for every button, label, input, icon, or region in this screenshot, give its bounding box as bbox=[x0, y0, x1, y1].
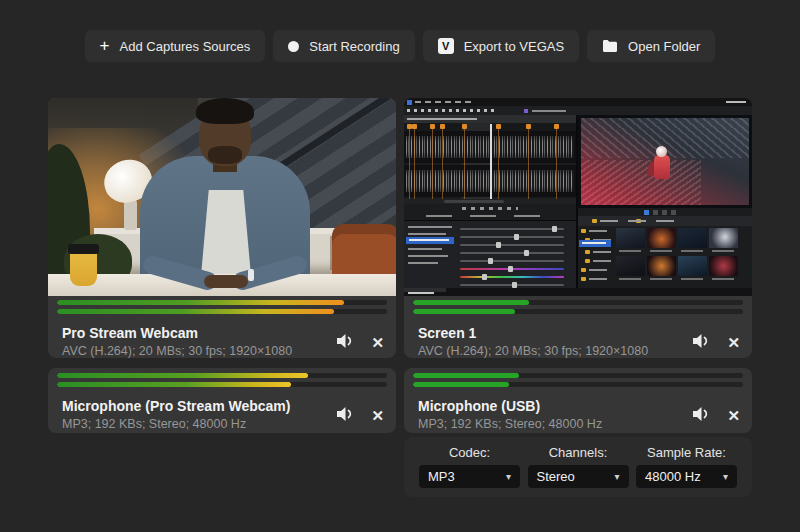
speaker-icon bbox=[336, 333, 355, 352]
meter-right bbox=[413, 382, 509, 387]
remove-source-button[interactable]: ✕ bbox=[371, 408, 384, 423]
close-icon: ✕ bbox=[371, 408, 384, 423]
media-thumbnail bbox=[709, 256, 738, 276]
start-recording-button[interactable]: Start Recording bbox=[273, 30, 414, 62]
export-to-vegas-label: Export to VEGAS bbox=[464, 39, 564, 54]
start-recording-label: Start Recording bbox=[309, 39, 399, 54]
astronaut-figure bbox=[654, 155, 670, 179]
slider bbox=[460, 260, 564, 262]
sample-rate-label: Sample Rate: bbox=[647, 445, 726, 460]
marker-flag bbox=[440, 124, 445, 129]
media-thumbnail bbox=[647, 256, 676, 276]
playhead-cursor bbox=[490, 124, 492, 200]
sample-rate-value: 48000 Hz bbox=[645, 469, 719, 484]
vegas-icon: V bbox=[438, 38, 454, 54]
folder-icon bbox=[581, 277, 586, 281]
coffee-cup bbox=[70, 250, 97, 286]
chevron-down-icon: ▾ bbox=[506, 471, 511, 482]
remove-source-button[interactable]: ✕ bbox=[727, 335, 740, 350]
chevron-down-icon: ▾ bbox=[614, 471, 619, 482]
hue-slider bbox=[460, 276, 564, 278]
folder-icon bbox=[585, 259, 590, 263]
speaker-icon bbox=[692, 333, 711, 352]
marker-flag bbox=[554, 124, 559, 129]
marker-flag bbox=[412, 124, 417, 129]
remove-source-button[interactable]: ✕ bbox=[371, 335, 384, 350]
wristwatch bbox=[248, 269, 254, 281]
transport-button-active bbox=[644, 210, 649, 215]
meter-right bbox=[57, 382, 291, 387]
folder-icon bbox=[581, 268, 586, 272]
open-folder-button[interactable]: Open Folder bbox=[587, 30, 715, 62]
screen-preview bbox=[404, 98, 752, 296]
webcam-preview bbox=[48, 98, 396, 296]
meter-left bbox=[57, 373, 308, 378]
codec-value: MP3 bbox=[428, 469, 502, 484]
chevron-down-icon: ▾ bbox=[723, 471, 728, 482]
media-thumbnail bbox=[616, 256, 645, 276]
media-thumbnail bbox=[678, 228, 707, 248]
media-thumbnail bbox=[709, 228, 738, 248]
remove-source-button[interactable]: ✕ bbox=[727, 408, 740, 423]
folder-icon bbox=[581, 229, 586, 233]
source-title: Pro Stream Webcam bbox=[62, 325, 324, 342]
add-captures-sources-label: Add Captures Sources bbox=[120, 39, 251, 54]
folder-icon bbox=[592, 219, 597, 223]
mute-button[interactable] bbox=[336, 333, 355, 352]
astronaut-helmet bbox=[656, 146, 667, 157]
main-toolbar: + Add Captures Sources Start Recording V… bbox=[0, 30, 800, 62]
speaker-icon bbox=[336, 406, 355, 425]
marker-flag bbox=[496, 124, 501, 129]
source-details: MP3; 192 KBs; Stereo; 48000 Hz bbox=[418, 416, 680, 432]
channels-label: Channels: bbox=[549, 445, 608, 460]
source-title: Microphone (USB) bbox=[418, 398, 680, 415]
sample-rate-select[interactable]: 48000 Hz ▾ bbox=[636, 465, 737, 488]
slider bbox=[460, 228, 564, 230]
marker-flag bbox=[462, 124, 467, 129]
marker-flag bbox=[526, 124, 531, 129]
source-card-mic-usb: Microphone (USB) MP3; 192 KBs; Stereo; 4… bbox=[404, 368, 752, 433]
editor-app-icon bbox=[407, 100, 412, 105]
audio-meters bbox=[413, 300, 743, 314]
codec-select[interactable]: MP3 ▾ bbox=[419, 465, 520, 488]
source-card-webcam: Pro Stream Webcam AVC (H.264); 20 MBs; 3… bbox=[48, 98, 396, 358]
close-icon: ✕ bbox=[727, 335, 740, 350]
meter-right bbox=[57, 309, 334, 314]
slider bbox=[460, 244, 564, 246]
slider bbox=[460, 252, 564, 254]
marker-flag bbox=[430, 124, 435, 129]
codec-label: Codec: bbox=[449, 445, 490, 460]
audio-meters bbox=[57, 300, 387, 314]
media-thumbnail bbox=[616, 228, 645, 248]
folder-icon bbox=[585, 250, 590, 254]
slider bbox=[460, 236, 564, 238]
meter-left bbox=[57, 300, 344, 305]
close-icon: ✕ bbox=[371, 335, 384, 350]
audio-meters bbox=[57, 373, 387, 387]
media-thumbnail bbox=[647, 228, 676, 248]
open-folder-label: Open Folder bbox=[628, 39, 700, 54]
mute-button[interactable] bbox=[692, 333, 711, 352]
source-card-screen: Screen 1 AVC (H.264); 20 MBs; 30 fps; 19… bbox=[404, 98, 752, 358]
media-thumbnail bbox=[678, 256, 707, 276]
source-title: Screen 1 bbox=[418, 325, 680, 342]
meter-right bbox=[413, 309, 515, 314]
mute-button[interactable] bbox=[336, 406, 355, 425]
plus-icon: + bbox=[100, 37, 110, 54]
waveform-scrollbar bbox=[444, 200, 504, 203]
folder-icon bbox=[602, 39, 618, 53]
add-captures-sources-button[interactable]: + Add Captures Sources bbox=[85, 30, 266, 62]
source-details: AVC (H.264); 20 MBs; 30 fps; 1920×1080 bbox=[418, 343, 680, 359]
channels-select[interactable]: Stereo ▾ bbox=[528, 465, 629, 488]
close-icon: ✕ bbox=[727, 408, 740, 423]
speaker-icon bbox=[692, 406, 711, 425]
export-to-vegas-button[interactable]: V Export to VEGAS bbox=[423, 30, 579, 62]
source-card-mic-webcam: Microphone (Pro Stream Webcam) MP3; 192 … bbox=[48, 368, 396, 433]
source-details: AVC (H.264); 20 MBs; 30 fps; 1920×1080 bbox=[62, 343, 324, 359]
editor-statusbar bbox=[404, 288, 752, 296]
record-icon bbox=[288, 41, 299, 52]
audio-settings-panel: Codec: MP3 ▾ Channels: Stereo ▾ Sample R… bbox=[404, 437, 752, 497]
source-details: MP3; 192 KBs; Stereo; 48000 Hz bbox=[62, 416, 324, 432]
channels-value: Stereo bbox=[537, 469, 611, 484]
mute-button[interactable] bbox=[692, 406, 711, 425]
